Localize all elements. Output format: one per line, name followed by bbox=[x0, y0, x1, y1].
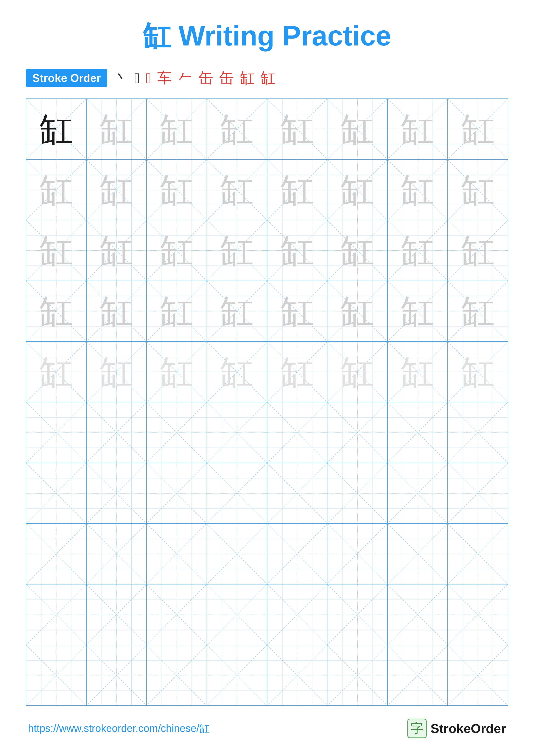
grid-cell-10-4[interactable] bbox=[207, 645, 267, 706]
grid-cell-10-3[interactable] bbox=[147, 645, 207, 706]
grid-cell-8-5[interactable] bbox=[267, 524, 328, 584]
grid-cell-3-6[interactable]: 缸 bbox=[327, 220, 388, 281]
grid-cell-5-6[interactable]: 缸 bbox=[327, 342, 388, 402]
char-light-1-4: 缸 bbox=[220, 112, 254, 146]
grid-cell-1-1[interactable]: 缸 bbox=[26, 99, 87, 159]
grid-cell-9-4[interactable] bbox=[207, 584, 267, 645]
grid-cell-1-2[interactable]: 缸 bbox=[87, 99, 147, 159]
stroke-step-4: 车 bbox=[157, 68, 172, 88]
grid-cell-6-8[interactable] bbox=[448, 402, 508, 463]
svg-line-107 bbox=[327, 463, 387, 524]
grid-cell-4-5[interactable]: 缸 bbox=[267, 281, 328, 341]
grid-cell-7-2[interactable] bbox=[87, 463, 147, 524]
grid-cell-6-5[interactable] bbox=[267, 402, 328, 463]
grid-cell-6-3[interactable] bbox=[147, 402, 207, 463]
grid-cell-5-8[interactable]: 缸 bbox=[448, 342, 508, 402]
grid-cell-5-1[interactable]: 缸 bbox=[26, 342, 87, 402]
grid-cell-1-8[interactable]: 缸 bbox=[448, 99, 508, 159]
grid-cell-9-7[interactable] bbox=[388, 584, 448, 645]
grid-cell-4-7[interactable]: 缸 bbox=[388, 281, 448, 341]
grid-cell-8-8[interactable] bbox=[448, 524, 508, 584]
svg-line-137 bbox=[267, 584, 327, 645]
grid-cell-9-2[interactable] bbox=[87, 584, 147, 645]
grid-cell-9-8[interactable] bbox=[448, 584, 508, 645]
grid-cell-9-5[interactable] bbox=[267, 584, 328, 645]
svg-line-123 bbox=[327, 524, 387, 584]
grid-cell-6-1[interactable] bbox=[26, 402, 87, 463]
grid-cell-6-4[interactable] bbox=[207, 402, 267, 463]
grid-cell-2-7[interactable]: 缸 bbox=[388, 160, 448, 220]
grid-cell-9-6[interactable] bbox=[327, 584, 388, 645]
svg-line-138 bbox=[327, 584, 387, 645]
grid-cell-9-1[interactable] bbox=[26, 584, 87, 645]
grid-cell-4-2[interactable]: 缸 bbox=[87, 281, 147, 341]
footer-brand: 字 StrokeOrder bbox=[407, 719, 506, 738]
char-light-1-5: 缸 bbox=[280, 112, 314, 146]
grid-cell-2-4[interactable]: 缸 bbox=[207, 160, 267, 220]
grid-cell-5-4[interactable]: 缸 bbox=[207, 342, 267, 402]
grid-cell-10-7[interactable] bbox=[388, 645, 448, 706]
stroke-order-row: Stroke Order 丶 𠂆 𠃊 车 𠂉 缶 缶 缸 缸 bbox=[26, 68, 508, 88]
svg-line-88 bbox=[267, 402, 327, 463]
grid-cell-7-4[interactable] bbox=[207, 463, 267, 524]
grid-cell-5-7[interactable]: 缸 bbox=[388, 342, 448, 402]
grid-cell-3-1[interactable]: 缸 bbox=[26, 220, 87, 281]
footer-url-link[interactable]: https://www.strokeorder.com/chinese/缸 bbox=[28, 721, 210, 735]
grid-cell-2-2[interactable]: 缸 bbox=[87, 160, 147, 220]
grid-cell-4-8[interactable]: 缸 bbox=[448, 281, 508, 341]
grid-cell-7-1[interactable] bbox=[26, 463, 87, 524]
grid-cell-5-5[interactable]: 缸 bbox=[267, 342, 328, 402]
grid-cell-8-2[interactable] bbox=[87, 524, 147, 584]
grid-cell-1-4[interactable]: 缸 bbox=[207, 99, 267, 159]
grid-cell-10-5[interactable] bbox=[267, 645, 328, 706]
grid-cell-4-4[interactable]: 缸 bbox=[207, 281, 267, 341]
grid-cell-8-1[interactable] bbox=[26, 524, 87, 584]
svg-line-149 bbox=[147, 645, 207, 706]
svg-line-113 bbox=[26, 524, 86, 584]
grid-cell-3-5[interactable]: 缸 bbox=[267, 220, 328, 281]
grid-cell-3-8[interactable]: 缸 bbox=[448, 220, 508, 281]
svg-line-155 bbox=[327, 645, 387, 706]
grid-cell-1-7[interactable]: 缸 bbox=[388, 99, 448, 159]
svg-line-101 bbox=[147, 463, 207, 524]
svg-line-104 bbox=[267, 463, 327, 524]
grid-cell-3-7[interactable]: 缸 bbox=[388, 220, 448, 281]
grid-cell-1-5[interactable]: 缸 bbox=[267, 99, 328, 159]
grid-cell-2-1[interactable]: 缸 bbox=[26, 160, 87, 220]
grid-cell-3-3[interactable]: 缸 bbox=[147, 220, 207, 281]
grid-cell-2-8[interactable]: 缸 bbox=[448, 160, 508, 220]
grid-cell-2-3[interactable]: 缸 bbox=[147, 160, 207, 220]
svg-line-152 bbox=[267, 645, 327, 706]
grid-cell-8-7[interactable] bbox=[388, 524, 448, 584]
grid-cell-8-6[interactable] bbox=[327, 524, 388, 584]
svg-line-91 bbox=[327, 402, 387, 463]
grid-cell-7-6[interactable] bbox=[327, 463, 388, 524]
grid-cell-7-5[interactable] bbox=[267, 463, 328, 524]
grid-cell-7-3[interactable] bbox=[147, 463, 207, 524]
grid-cell-6-2[interactable] bbox=[87, 402, 147, 463]
grid-cell-3-2[interactable]: 缸 bbox=[87, 220, 147, 281]
grid-cell-2-6[interactable]: 缸 bbox=[327, 160, 388, 220]
grid-cell-10-8[interactable] bbox=[448, 645, 508, 706]
grid-cell-4-3[interactable]: 缸 bbox=[147, 281, 207, 341]
grid-cell-4-1[interactable]: 缸 bbox=[26, 281, 87, 341]
svg-line-92 bbox=[388, 402, 447, 463]
grid-cell-5-2[interactable]: 缸 bbox=[87, 342, 147, 402]
grid-cell-4-6[interactable]: 缸 bbox=[327, 281, 388, 341]
grid-cell-6-6[interactable] bbox=[327, 402, 388, 463]
char-light-1-7: 缸 bbox=[401, 112, 434, 146]
grid-cell-8-4[interactable] bbox=[207, 524, 267, 584]
grid-cell-2-5[interactable]: 缸 bbox=[267, 160, 328, 220]
grid-cell-8-3[interactable] bbox=[147, 524, 207, 584]
grid-cell-6-7[interactable] bbox=[388, 402, 448, 463]
grid-cell-7-8[interactable] bbox=[448, 463, 508, 524]
grid-cell-3-4[interactable]: 缸 bbox=[207, 220, 267, 281]
grid-cell-1-3[interactable]: 缸 bbox=[147, 99, 207, 159]
grid-cell-1-6[interactable]: 缸 bbox=[327, 99, 388, 159]
grid-cell-10-2[interactable] bbox=[87, 645, 147, 706]
grid-cell-10-6[interactable] bbox=[327, 645, 388, 706]
grid-cell-9-3[interactable] bbox=[147, 584, 207, 645]
grid-cell-10-1[interactable] bbox=[26, 645, 87, 706]
grid-cell-5-3[interactable]: 缸 bbox=[147, 342, 207, 402]
grid-cell-7-7[interactable] bbox=[388, 463, 448, 524]
